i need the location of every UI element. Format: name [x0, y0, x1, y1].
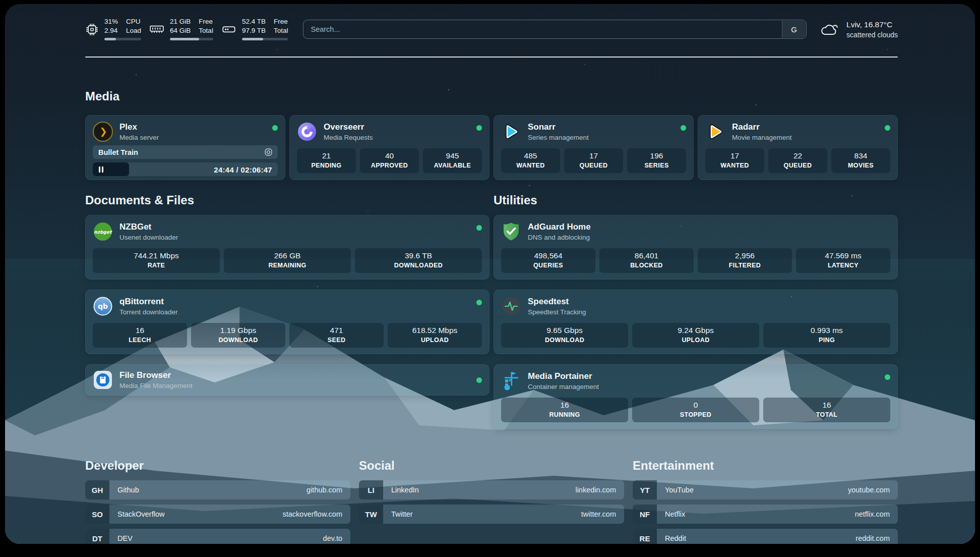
bookmarks-developer: Developer GH Github github.com SO StackO…	[85, 458, 350, 544]
overseerr-icon	[297, 122, 317, 142]
plex-card[interactable]: ❯ Plex Media server Bullet Train	[85, 115, 285, 180]
status-dot	[476, 225, 482, 231]
section-title-documents: Documents & Files	[85, 193, 489, 208]
bookmark-twitter[interactable]: TW Twitter twitter.com	[359, 505, 624, 524]
plex-icon: ❯	[93, 122, 113, 142]
stat-approved: 40 APPROVED	[360, 148, 419, 173]
disk-progress-bar	[242, 38, 288, 40]
cloud-icon	[820, 22, 840, 37]
disk-icon	[221, 23, 236, 36]
cpu-values: 31% 2.94	[104, 18, 118, 35]
sonarr-icon	[501, 122, 521, 142]
section-title-social: Social	[359, 458, 624, 473]
session-camera-icon	[265, 148, 272, 156]
bookmark-badge: SO	[85, 505, 109, 524]
playback-progress-bar: 24:44 / 02:06:47	[93, 162, 278, 176]
stat-total: 16 TOTAL	[763, 398, 890, 422]
section-title-developer: Developer	[85, 458, 350, 473]
bookmark-dev[interactable]: DT DEV dev.to	[85, 529, 350, 544]
stat-upload: 618.52 Mbps UPLOAD	[388, 323, 482, 348]
stat-rate: 744.21 Mbps RATE	[93, 248, 220, 273]
stat-running: 16 RUNNING	[501, 398, 628, 422]
bookmark-badge: RE	[633, 529, 657, 544]
section-title-media: Media	[85, 89, 898, 104]
stat-stopped: 0 STOPPED	[632, 398, 759, 422]
adguard-icon	[501, 221, 521, 242]
bookmark-badge: DT	[85, 529, 109, 544]
bookmark-stackoverflow[interactable]: SO StackOverflow stackoverflow.com	[85, 505, 350, 524]
bookmark-linkedin[interactable]: LI LinkedIn linkedin.com	[359, 480, 624, 499]
radarr-card[interactable]: Radarr Movie management 17 WANTED 22 QUE…	[698, 115, 898, 180]
memory-values: 21 GiB 64 GiB	[170, 18, 191, 35]
stat-ping: 0.993 ms PING	[763, 323, 890, 348]
search-bar: G	[303, 20, 807, 39]
status-dot	[681, 125, 686, 131]
speedtest-card[interactable]: Speedtest Speedtest Tracking 9.65 Gbps D…	[494, 290, 898, 354]
radarr-icon	[705, 122, 725, 142]
system-metrics: 31% 2.94 CPU Load	[85, 18, 288, 40]
status-dot	[272, 125, 278, 131]
search-input[interactable]	[303, 25, 806, 33]
search-engine-button[interactable]: G	[782, 21, 806, 38]
status-dot	[476, 125, 482, 131]
stat-seed: 471 SEED	[289, 323, 384, 348]
sonarr-card[interactable]: Sonarr Series management 485 WANTED 17 Q…	[494, 115, 694, 180]
dashboard: 31% 2.94 CPU Load	[5, 4, 975, 544]
stat-remaining: 266 GB REMAINING	[224, 248, 351, 273]
bookmark-github[interactable]: GH Github github.com	[85, 480, 350, 499]
memory-labels: Free Total	[199, 18, 213, 35]
overseerr-card[interactable]: Overseerr Media Requests 21 PENDING 40 A…	[289, 115, 489, 180]
stat-wanted: 17 WANTED	[705, 148, 764, 173]
utilities-column: AdGuard Home DNS and adblocking 498,564 …	[494, 215, 898, 429]
stat-queries: 498,564 QUERIES	[501, 248, 595, 273]
bookmark-reddit[interactable]: RE Reddit reddit.com	[633, 529, 898, 544]
stat-available: 945 AVAILABLE	[423, 148, 482, 173]
weather-summary: Lviv, 16.87°C	[846, 20, 898, 29]
memory-progress-bar	[170, 38, 213, 40]
playback-elapsed	[93, 162, 129, 176]
bookmark-badge: NF	[633, 505, 657, 524]
stat-latency: 47.569 ms LATENCY	[796, 248, 890, 273]
stat-upload: 9.24 Gbps UPLOAD	[632, 323, 759, 348]
bookmark-badge: GH	[85, 480, 109, 499]
disk-labels: Free Total	[274, 18, 288, 35]
stat-downloaded: 39.6 TB DOWNLOADED	[355, 248, 482, 273]
stat-download: 9.65 Gbps DOWNLOAD	[501, 323, 628, 348]
speedtest-icon	[501, 296, 521, 316]
bookmark-netflix[interactable]: NF Netflix netflix.com	[633, 505, 898, 524]
metric-memory: 21 GiB 64 GiB Free Total	[149, 18, 213, 40]
filebrowser-icon	[93, 370, 113, 390]
portainer-card[interactable]: Media Portainer Container management 16 …	[494, 364, 898, 429]
disk-values: 52.4 TB 97.9 TB	[242, 18, 266, 35]
adguard-card[interactable]: AdGuard Home DNS and adblocking 498,564 …	[494, 215, 898, 280]
bookmark-youtube[interactable]: YT YouTube youtube.com	[633, 480, 898, 499]
pause-icon	[99, 166, 103, 173]
stat-queued: 22 QUEUED	[768, 148, 827, 173]
stat-filtered: 2,956 FILTERED	[698, 248, 792, 273]
nzbget-card[interactable]: nzbget NZBGet Usenet downloader 744.21 M…	[85, 215, 489, 280]
stat-series: 196 SERIES	[627, 148, 686, 173]
metric-disk: 52.4 TB 97.9 TB Free Total	[221, 18, 288, 40]
stat-leech: 16 LEECH	[93, 323, 187, 348]
portainer-icon	[501, 371, 521, 391]
stat-download: 1.19 Gbps DOWNLOAD	[191, 323, 285, 348]
weather-condition: scattered clouds	[846, 31, 898, 39]
stat-blocked: 86,401 BLOCKED	[599, 248, 694, 273]
stat-wanted: 485 WANTED	[501, 148, 560, 173]
cpu-labels: CPU Load	[126, 18, 141, 35]
bookmark-badge: YT	[633, 480, 657, 499]
bookmark-badge: LI	[359, 480, 383, 499]
stat-queued: 17 QUEUED	[564, 148, 623, 173]
qbittorrent-icon: qb	[93, 296, 113, 316]
svg-text:nzbget: nzbget	[94, 230, 113, 235]
bookmark-badge: TW	[359, 505, 383, 524]
stat-movies: 834 MOVIES	[831, 148, 890, 173]
qbittorrent-card[interactable]: qb qBittorrent Torrent downloader 16 LEE…	[85, 290, 489, 354]
header: 31% 2.94 CPU Load	[85, 14, 898, 44]
filebrowser-card[interactable]: File Browser Media File Management	[85, 364, 489, 396]
media-grid: ❯ Plex Media server Bullet Train	[85, 115, 898, 180]
now-playing-row: Bullet Train	[93, 145, 278, 159]
bookmarks-entertainment: Entertainment YT YouTube youtube.com NF …	[633, 458, 898, 544]
section-title-utilities: Utilities	[494, 193, 898, 208]
header-divider	[85, 57, 898, 58]
